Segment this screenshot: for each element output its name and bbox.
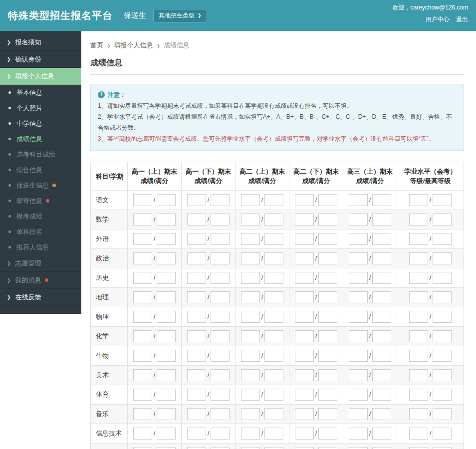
full-score-input[interactable] [264, 428, 283, 440]
score-input[interactable] [241, 194, 260, 206]
full-score-input[interactable] [318, 194, 337, 206]
full-score-input[interactable] [211, 311, 230, 323]
score-input[interactable] [241, 350, 260, 362]
score-input[interactable] [241, 428, 260, 440]
full-score-input[interactable] [433, 311, 452, 323]
score-input[interactable] [241, 233, 260, 245]
full-score-input[interactable] [318, 369, 337, 381]
full-score-input[interactable] [264, 291, 283, 303]
full-score-input[interactable] [318, 350, 337, 362]
full-score-input[interactable] [372, 369, 391, 381]
full-score-input[interactable] [157, 291, 176, 303]
full-score-input[interactable] [433, 291, 452, 303]
full-score-input[interactable] [264, 389, 283, 401]
score-input[interactable] [241, 408, 260, 420]
full-score-input[interactable] [264, 233, 283, 245]
full-score-input[interactable] [157, 350, 176, 362]
full-score-input[interactable] [157, 389, 176, 401]
score-input[interactable] [349, 330, 368, 342]
full-score-input[interactable] [264, 252, 283, 264]
score-input[interactable] [241, 214, 260, 225]
full-score-input[interactable] [157, 214, 176, 225]
full-score-input[interactable] [157, 428, 176, 440]
score-input[interactable] [187, 311, 206, 323]
full-score-input[interactable] [318, 428, 337, 440]
other-enroll-types-button[interactable]: 其他招生类型 ❯ [153, 9, 207, 22]
full-score-input[interactable] [211, 350, 230, 362]
sidebar-item-12[interactable]: 单科排名 [0, 224, 81, 239]
score-input[interactable] [409, 428, 428, 440]
score-input[interactable] [133, 350, 152, 362]
score-input[interactable] [409, 330, 428, 342]
sidebar-item-9[interactable]: 保送生信息 [0, 178, 81, 193]
full-score-input[interactable] [211, 214, 230, 225]
score-input[interactable] [295, 252, 314, 264]
full-score-input[interactable] [211, 330, 230, 342]
score-input[interactable] [187, 252, 206, 264]
full-score-input[interactable] [157, 272, 176, 284]
full-score-input[interactable] [211, 408, 230, 420]
full-score-input[interactable] [211, 389, 230, 401]
full-score-input[interactable] [372, 233, 391, 245]
score-input[interactable] [295, 350, 314, 362]
score-input[interactable] [349, 428, 368, 440]
score-input[interactable] [409, 350, 428, 362]
full-score-input[interactable] [211, 447, 230, 449]
score-input[interactable] [187, 408, 206, 420]
full-score-input[interactable] [157, 311, 176, 323]
sidebar-item-15[interactable]: ❯我的消息 [0, 272, 81, 289]
sidebar-item-1[interactable]: ❯确认身份 [0, 51, 81, 68]
score-input[interactable] [241, 330, 260, 342]
full-score-input[interactable] [318, 408, 337, 420]
full-score-input[interactable] [318, 447, 337, 449]
score-input[interactable] [187, 291, 206, 303]
score-input[interactable] [349, 194, 368, 206]
full-score-input[interactable] [157, 408, 176, 420]
full-score-input[interactable] [157, 447, 176, 449]
score-input[interactable] [133, 330, 152, 342]
full-score-input[interactable] [433, 330, 452, 342]
score-input[interactable] [409, 214, 428, 225]
score-input[interactable] [409, 389, 428, 401]
score-input[interactable] [133, 408, 152, 420]
score-input[interactable] [187, 214, 206, 225]
score-input[interactable] [295, 272, 314, 284]
full-score-input[interactable] [372, 291, 391, 303]
score-input[interactable] [409, 369, 428, 381]
full-score-input[interactable] [372, 252, 391, 264]
score-input[interactable] [241, 389, 260, 401]
score-input[interactable] [409, 447, 428, 449]
score-input[interactable] [187, 350, 206, 362]
score-input[interactable] [133, 252, 152, 264]
full-score-input[interactable] [372, 214, 391, 225]
score-input[interactable] [133, 428, 152, 440]
full-score-input[interactable] [433, 389, 452, 401]
sidebar-item-7[interactable]: 选考科目成绩 [0, 147, 81, 162]
sidebar-item-5[interactable]: 中学信息 [0, 116, 81, 131]
full-score-input[interactable] [372, 311, 391, 323]
full-score-input[interactable] [318, 214, 337, 225]
full-score-input[interactable] [433, 350, 452, 362]
score-input[interactable] [187, 330, 206, 342]
score-input[interactable] [187, 194, 206, 206]
full-score-input[interactable] [157, 233, 176, 245]
full-score-input[interactable] [264, 408, 283, 420]
sidebar-item-11[interactable]: 模考成绩 [0, 209, 81, 224]
score-input[interactable] [133, 389, 152, 401]
full-score-input[interactable] [318, 311, 337, 323]
score-input[interactable] [295, 447, 314, 449]
score-input[interactable] [295, 291, 314, 303]
full-score-input[interactable] [318, 291, 337, 303]
full-score-input[interactable] [372, 389, 391, 401]
full-score-input[interactable] [157, 330, 176, 342]
score-input[interactable] [409, 291, 428, 303]
score-input[interactable] [133, 233, 152, 245]
score-input[interactable] [241, 291, 260, 303]
full-score-input[interactable] [372, 447, 391, 449]
score-input[interactable] [409, 311, 428, 323]
score-input[interactable] [349, 389, 368, 401]
full-score-input[interactable] [211, 369, 230, 381]
score-input[interactable] [349, 311, 368, 323]
score-input[interactable] [187, 233, 206, 245]
score-input[interactable] [295, 428, 314, 440]
